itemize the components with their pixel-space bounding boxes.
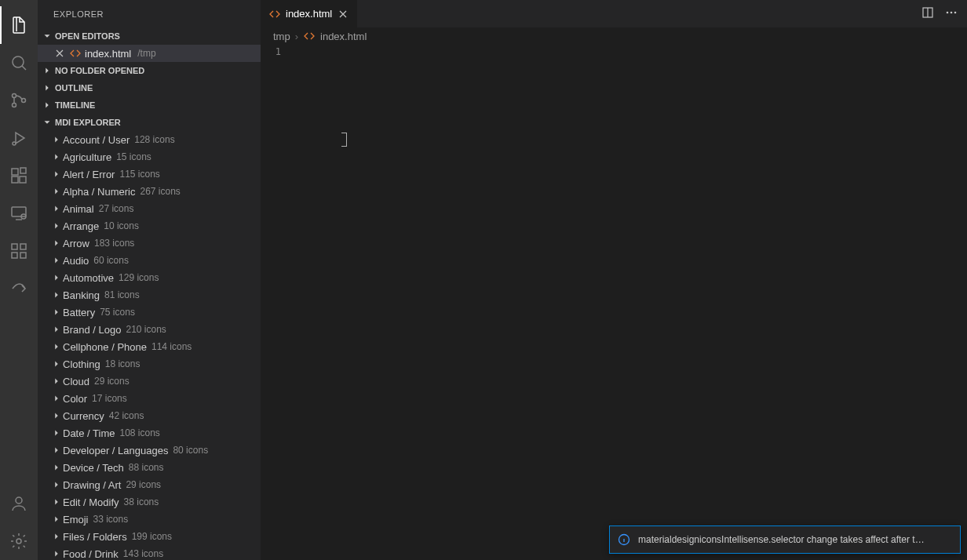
minimap[interactable]	[956, 45, 967, 560]
mdi-category-item[interactable]: Clothing18 icons	[38, 355, 261, 373]
mdi-category-item[interactable]: Agriculture15 icons	[38, 148, 261, 165]
chevron-right-icon	[50, 531, 63, 542]
mdi-category-item[interactable]: Files / Folders199 icons	[38, 528, 261, 545]
mdi-category-count: 18 icons	[105, 358, 140, 369]
text-editor[interactable]: 1	[261, 45, 967, 560]
mdi-category-name: Drawing / Art	[63, 479, 121, 491]
chevron-right-icon	[50, 393, 63, 404]
activity-source-control-icon[interactable]	[0, 82, 38, 119]
mdi-category-item[interactable]: Cloud29 icons	[38, 373, 261, 390]
split-editor-icon[interactable]	[921, 6, 934, 21]
activity-search-icon[interactable]	[0, 44, 38, 82]
mdi-category-name: Cloud	[63, 376, 89, 387]
section-open-editors[interactable]: OPEN EDITORS	[38, 27, 261, 45]
chevron-right-icon	[50, 514, 63, 525]
mdi-category-item[interactable]: Arrow183 icons	[38, 235, 261, 252]
mdi-category-item[interactable]: Audio60 icons	[38, 252, 261, 269]
open-editor-item[interactable]: index.html /tmp	[38, 45, 261, 62]
svg-rect-6	[12, 176, 18, 183]
mdi-category-name: Alpha / Numeric	[63, 186, 135, 198]
mdi-category-count: 108 icons	[119, 427, 159, 438]
mdi-category-item[interactable]: Arrange10 icons	[38, 217, 261, 235]
mdi-category-item[interactable]: Automotive129 icons	[38, 269, 261, 286]
breadcrumb-file[interactable]: index.html	[320, 31, 367, 42]
activity-extensions-icon[interactable]	[0, 157, 38, 195]
chevron-right-icon	[50, 169, 63, 180]
mdi-category-count: 128 icons	[134, 134, 174, 145]
section-mdi-explorer[interactable]: MDI EXPLORER	[38, 114, 261, 131]
mdi-category-name: Animal	[63, 203, 94, 215]
chevron-down-icon	[41, 31, 53, 42]
section-label: TIMELINE	[55, 100, 95, 110]
breadcrumb-dir[interactable]: tmp	[273, 31, 290, 42]
breadcrumb[interactable]: tmp › index.html	[261, 27, 967, 45]
tab-index-html[interactable]: index.html	[261, 0, 358, 27]
chevron-right-icon	[50, 410, 63, 421]
mdi-category-name: Developer / Languages	[63, 445, 168, 456]
mdi-category-item[interactable]: Currency42 icons	[38, 407, 261, 424]
mdi-category-name: Color	[63, 393, 87, 405]
info-icon	[618, 533, 630, 546]
chevron-right-icon	[50, 341, 63, 352]
svg-rect-9	[12, 207, 26, 216]
mdi-category-item[interactable]: Drawing / Art29 icons	[38, 476, 261, 493]
mdi-category-name: Brand / Logo	[63, 324, 121, 336]
activity-settings-icon[interactable]	[0, 522, 38, 560]
svg-point-15	[16, 497, 22, 504]
chevron-right-icon	[41, 100, 53, 111]
mdi-category-item[interactable]: Alert / Error115 icons	[38, 165, 261, 183]
mdi-category-count: 210 icons	[126, 324, 166, 335]
editor-content[interactable]	[292, 45, 967, 560]
mdi-category-item[interactable]: Cellphone / Phone114 icons	[38, 338, 261, 355]
chevron-right-icon	[50, 272, 63, 283]
mdi-category-item[interactable]: Account / User128 icons	[38, 131, 261, 148]
mdi-category-item[interactable]: Developer / Languages80 icons	[38, 442, 261, 459]
activity-run-debug-icon[interactable]	[0, 119, 38, 157]
chevron-right-icon	[50, 496, 63, 507]
notification-toast[interactable]: materialdesigniconsIntellisense.selector…	[609, 525, 961, 554]
mdi-category-item[interactable]: Battery75 icons	[38, 304, 261, 321]
mdi-category-name: Device / Tech	[63, 462, 124, 474]
chevron-right-icon	[50, 445, 63, 456]
mdi-category-item[interactable]: Device / Tech88 icons	[38, 459, 261, 476]
mdi-category-item[interactable]: Edit / Modify38 icons	[38, 493, 261, 511]
activity-accounts-icon[interactable]	[0, 485, 38, 522]
section-label: OUTLINE	[55, 83, 93, 93]
close-icon[interactable]	[337, 8, 349, 20]
section-timeline[interactable]: TIMELINE	[38, 96, 261, 114]
section-no-folder[interactable]: NO FOLDER OPENED	[38, 62, 261, 79]
mdi-category-item[interactable]: Banking81 icons	[38, 286, 261, 304]
activity-share-icon[interactable]	[0, 270, 38, 307]
mdi-category-name: Clothing	[63, 358, 100, 370]
section-outline[interactable]: OUTLINE	[38, 79, 261, 96]
chevron-right-icon	[50, 427, 63, 438]
mdi-category-item[interactable]: Food / Drink143 icons	[38, 545, 261, 560]
mdi-category-item[interactable]: Alpha / Numeric267 icons	[38, 183, 261, 200]
sidebar-title: EXPLORER	[38, 0, 261, 27]
chevron-right-icon	[50, 186, 63, 197]
mdi-category-count: 29 icons	[126, 479, 161, 490]
svg-rect-5	[12, 169, 18, 175]
activity-remote-icon[interactable]	[0, 195, 38, 232]
activity-explorer-icon[interactable]	[0, 6, 38, 44]
mdi-category-item[interactable]: Brand / Logo210 icons	[38, 321, 261, 338]
mdi-category-item[interactable]: Color17 icons	[38, 390, 261, 407]
mdi-category-name: Files / Folders	[63, 531, 127, 543]
chevron-right-icon	[50, 358, 63, 369]
chevron-right-icon: ›	[295, 31, 298, 42]
open-editor-filename: index.html	[85, 48, 131, 60]
mdi-category-count: 38 icons	[124, 496, 159, 507]
mdi-category-item[interactable]: Date / Time108 icons	[38, 424, 261, 442]
activity-panel-icon[interactable]	[0, 232, 38, 270]
mdi-category-item[interactable]: Animal27 icons	[38, 200, 261, 217]
mdi-category-count: 15 icons	[116, 151, 151, 162]
more-actions-icon[interactable]	[945, 6, 958, 21]
svg-rect-13	[12, 253, 17, 258]
chevron-right-icon	[50, 376, 63, 387]
svg-point-16	[16, 539, 21, 544]
close-icon[interactable]	[53, 47, 66, 60]
explorer-sidebar: EXPLORER OPEN EDITORS index.html /tmp NO…	[38, 0, 261, 560]
mdi-category-name: Cellphone / Phone	[63, 341, 147, 353]
mdi-category-name: Date / Time	[63, 427, 115, 439]
mdi-category-item[interactable]: Emoji33 icons	[38, 511, 261, 528]
